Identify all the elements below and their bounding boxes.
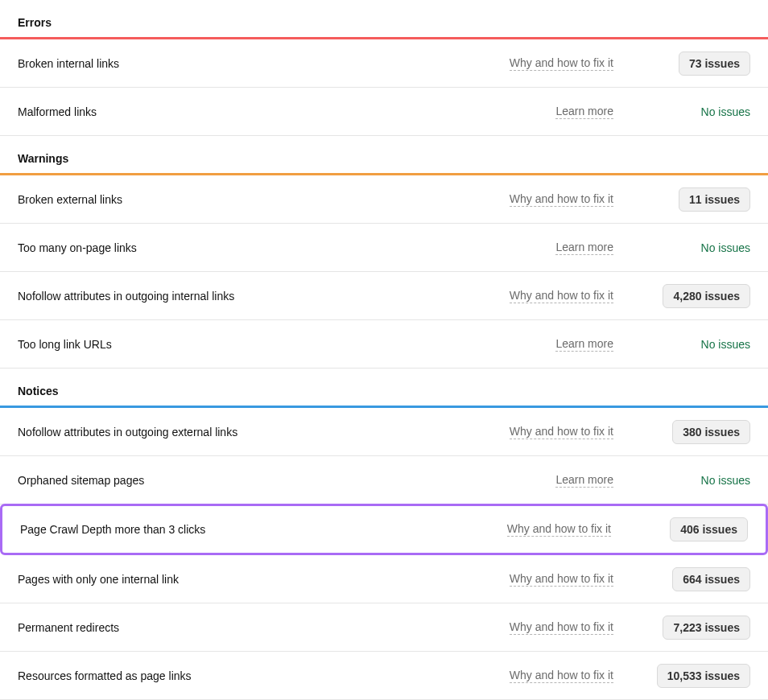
issue-count-badge[interactable]: 7,223 issues [663,616,750,640]
issue-row: Too long link URLs Learn more No issues [0,320,768,369]
issue-row: Resources formatted as page links Why an… [0,652,768,700]
issue-help-link[interactable]: Learn more [555,105,613,119]
issue-name: Resources formatted as page links [18,669,510,682]
issue-name: Nofollow attributes in outgoing external… [18,426,510,439]
issue-name: Broken internal links [18,57,510,70]
issue-help-link[interactable]: Why and how to fix it [510,56,613,71]
issue-help-link[interactable]: Why and how to fix it [510,289,613,303]
issue-help-link[interactable]: Why and how to fix it [510,572,613,587]
issue-count-badge[interactable]: 73 issues [679,51,750,76]
section-header-notices: Notices [0,369,768,406]
issue-status: No issues [646,241,750,254]
issue-row: Broken external links Why and how to fix… [0,175,768,224]
issue-help-link[interactable]: Learn more [555,473,613,488]
issue-name: Too many on-page links [18,241,555,254]
issue-help-link[interactable]: Why and how to fix it [510,620,613,635]
issue-name: Malformed links [18,105,555,118]
issue-name: Page Crawl Depth more than 3 clicks [20,523,507,536]
issue-row: Nofollow attributes in outgoing internal… [0,272,768,320]
issue-help-link[interactable]: Why and how to fix it [510,669,613,683]
issue-name: Pages with only one internal link [18,573,510,586]
issue-row-highlighted: Page Crawl Depth more than 3 clicks Why … [0,504,768,555]
issue-count-badge[interactable]: 11 issues [679,187,750,212]
issue-name: Too long link URLs [18,338,555,351]
no-issues-label: No issues [701,105,750,118]
issue-help-link[interactable]: Learn more [555,337,613,352]
issue-row: Orphaned sitemap pages Learn more No iss… [0,456,768,504]
issue-count-badge[interactable]: 10,533 issues [657,664,750,688]
issue-status: 4,280 issues [646,284,750,308]
issue-help-link[interactable]: Why and how to fix it [510,192,613,207]
issue-help-link[interactable]: Learn more [555,241,613,255]
section-header-errors: Errors [0,0,768,37]
issue-row: Permanent redirects Why and how to fix i… [0,603,768,652]
issue-status: 380 issues [646,420,750,444]
no-issues-label: No issues [701,474,750,487]
issue-row: Broken internal links Why and how to fix… [0,39,768,88]
issue-status: No issues [646,474,750,487]
issue-status: 406 issues [643,517,748,541]
issue-row: Nofollow attributes in outgoing external… [0,408,768,456]
issue-row: Pages with only one internal link Why an… [0,555,768,603]
section-header-warnings: Warnings [0,136,768,173]
issue-status: 10,533 issues [646,664,750,688]
no-issues-label: No issues [701,338,750,351]
issue-row: Too many on-page links Learn more No iss… [0,224,768,272]
issue-count-badge[interactable]: 664 issues [672,567,750,591]
issue-name: Orphaned sitemap pages [18,474,555,487]
issue-count-badge[interactable]: 380 issues [672,420,750,444]
issue-help-link[interactable]: Why and how to fix it [507,522,611,537]
issue-name: Broken external links [18,193,510,206]
issue-name: Permanent redirects [18,621,510,634]
issue-status: 7,223 issues [646,616,750,640]
issue-status: 11 issues [646,187,750,212]
issue-name: Nofollow attributes in outgoing internal… [18,290,510,303]
issue-status: No issues [646,105,750,118]
issue-status: No issues [646,338,750,351]
issue-count-badge[interactable]: 406 issues [670,517,748,541]
issue-row: Malformed links Learn more No issues [0,88,768,136]
no-issues-label: No issues [701,241,750,254]
issue-status: 664 issues [646,567,750,591]
issue-status: 73 issues [646,51,750,76]
issue-help-link[interactable]: Why and how to fix it [510,425,613,439]
issue-count-badge[interactable]: 4,280 issues [663,284,750,308]
